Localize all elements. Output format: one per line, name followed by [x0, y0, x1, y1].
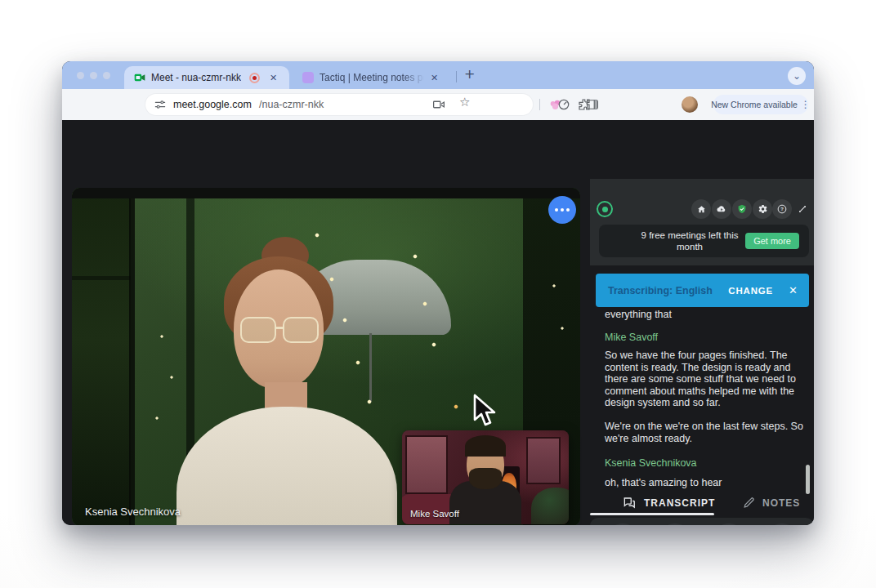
address-bar[interactable]: meet.google.com /nua-czmr-nkk ☆ [145, 94, 533, 115]
new-chrome-label: New Chrome available [711, 100, 798, 109]
transcript-paragraph: We're on the we're on the last few steps… [605, 421, 809, 444]
tab-divider [456, 71, 457, 82]
profile-avatar[interactable] [682, 96, 698, 113]
side-panel-icon[interactable] [585, 97, 600, 112]
traffic-light-zoom[interactable] [103, 72, 110, 79]
pencil-icon [742, 496, 756, 510]
get-more-button[interactable]: Get more [745, 233, 799, 249]
tab-notes-label: NOTES [762, 497, 800, 509]
svg-text:?: ? [780, 207, 784, 212]
pip-participant-beard [469, 468, 502, 489]
glasses-right-lens [283, 317, 319, 343]
meet-page: Ksenia Svechnikova Mike Savoff [62, 120, 814, 525]
transcript-fragment: everything that [605, 309, 809, 321]
upload-button[interactable] [712, 199, 731, 219]
traffic-light-minimize[interactable] [90, 72, 97, 79]
dot [566, 208, 570, 212]
mouse-cursor [472, 394, 497, 428]
site-settings-icon[interactable] [154, 98, 167, 111]
tab-search-chevron-icon[interactable]: ⌄ [788, 67, 806, 85]
chat-bubble-button[interactable] [548, 196, 576, 224]
url-host: meet.google.com [173, 99, 252, 110]
desktop: Meet - nua-czmr-nkk ✕ Tactiq | Meeting n… [0, 0, 876, 588]
recording-indicator-icon [249, 73, 260, 83]
room-window-2 [526, 437, 561, 484]
new-chrome-button[interactable]: New Chrome available ⋮ [713, 95, 808, 114]
meet-favicon [134, 72, 145, 83]
quota-card: 9 free meetings left this month Get more [599, 225, 809, 257]
gear-icon [757, 203, 768, 215]
chat-icon [621, 495, 637, 510]
dot [555, 208, 558, 212]
transcript-paragraph: oh, that's amazing to hear [605, 477, 809, 489]
help-button[interactable]: ? [772, 199, 792, 219]
toolbar-divider [539, 99, 540, 110]
tab-meet[interactable]: Meet - nua-czmr-nkk ✕ [124, 66, 289, 89]
privacy-button[interactable] [732, 199, 752, 219]
transcribing-banner: Transcribing: English CHANGE ✕ [596, 274, 809, 307]
dot [561, 208, 564, 212]
bookmark-star-icon[interactable]: ☆ [459, 96, 470, 109]
resize-diagonal-icon [797, 203, 808, 215]
change-language-button[interactable]: CHANGE [728, 286, 773, 296]
home-icon [696, 204, 707, 215]
room-window [405, 435, 448, 494]
tab-tactiq[interactable]: Tactiq | Meeting notes powe ✕ [294, 66, 456, 89]
tab-tactiq-close-icon[interactable]: ✕ [431, 74, 438, 82]
plant [531, 488, 569, 524]
tab-transcript-label: TRANSCRIPT [644, 497, 715, 509]
tab-notes[interactable]: NOTES [742, 496, 800, 510]
active-tab-underline [590, 513, 714, 515]
main-participant-name: Ksenia Svechnikova [85, 506, 181, 518]
banner-close-icon[interactable]: ✕ [789, 285, 798, 296]
url-path: /nua-czmr-nkk [259, 99, 324, 110]
pip-participant-name: Mike Savoff [410, 509, 459, 519]
glasses-left-lens [240, 317, 276, 343]
tab-transcript[interactable]: TRANSCRIPT [621, 495, 715, 510]
tab-meet-title: Meet - nua-czmr-nkk [151, 72, 241, 83]
browser-window: Meet - nua-czmr-nkk ✕ Tactiq | Meeting n… [62, 61, 814, 525]
pip-participant-hair [465, 435, 506, 457]
quota-text: 9 free meetings left this month [628, 229, 751, 252]
transcribing-status: Transcribing: English [608, 285, 713, 296]
pip-camera-icon[interactable] [431, 97, 446, 112]
performance-icon[interactable] [556, 97, 571, 112]
tactiq-logo-icon [597, 201, 613, 217]
shield-check-icon [736, 203, 748, 215]
tactiq-favicon [302, 72, 314, 83]
pip-video-tile[interactable]: Mike Savoff [402, 430, 569, 524]
tab-meet-close-icon[interactable]: ✕ [270, 74, 277, 82]
traffic-light-close[interactable] [77, 72, 84, 79]
chrome-menu-kebab-icon[interactable]: ⋮ [801, 100, 811, 109]
tab-strip: Meet - nua-czmr-nkk ✕ Tactiq | Meeting n… [62, 61, 814, 89]
tab-tactiq-title: Tactiq | Meeting notes powe [320, 72, 424, 83]
home-button[interactable] [691, 199, 711, 219]
settings-button[interactable] [753, 199, 772, 219]
transcript-speaker: Mike Savoff [605, 332, 807, 343]
transcript-paragraph: So we have the four pages finished. The … [605, 350, 809, 409]
new-tab-button[interactable]: + [464, 68, 475, 81]
cloud-upload-icon [716, 203, 727, 215]
detach-button[interactable] [793, 199, 812, 219]
glasses-bridge [275, 327, 284, 329]
sidebar-scrollbar[interactable] [806, 465, 810, 494]
help-icon: ? [776, 203, 788, 215]
transcript-speaker: Ksenia Svechnikova [605, 457, 807, 469]
